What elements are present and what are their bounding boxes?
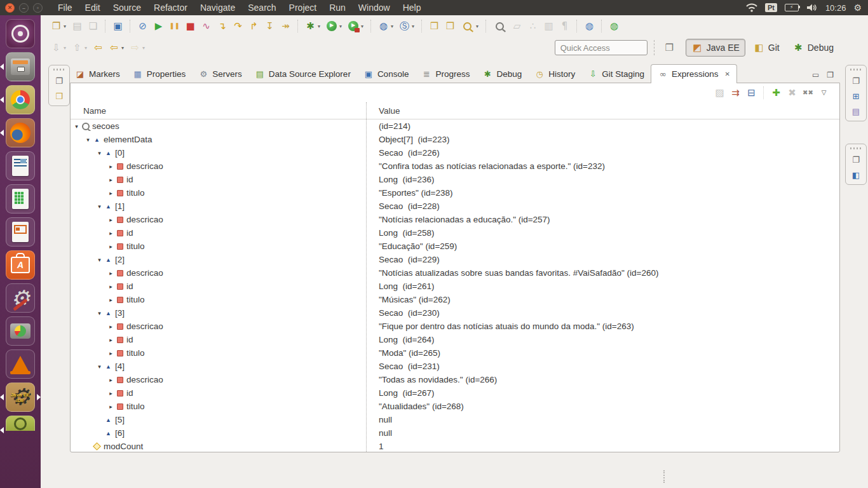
tree-row[interactable]: ▾ ▲ [4] Secao (id=231) — [71, 360, 839, 373]
drag-handle[interactable] — [850, 69, 862, 71]
tree-row[interactable]: ▸ descricao "Confira todas as notícias r… — [71, 159, 839, 173]
tree-row[interactable]: ▸ descricao "Fique por dentro das notíci… — [71, 320, 839, 333]
terminate-button[interactable]: ■ — [183, 18, 198, 34]
launcher-item-settings[interactable] — [6, 283, 35, 313]
block-selection-button[interactable]: ▥ — [541, 18, 556, 34]
minimize-window-icon[interactable]: – — [19, 3, 29, 13]
tree-row[interactable]: ▸ id Long (id=236) — [71, 173, 839, 186]
tab-data-source-explorer[interactable]: ▤Data Source Explorer — [248, 65, 357, 83]
expand-arrow-icon[interactable]: ▸ — [107, 323, 115, 330]
tree-row[interactable]: ▸ descricao "Notícias atualizadas sobre … — [71, 266, 839, 280]
collapse-arrow-icon[interactable]: ▾ — [95, 310, 104, 316]
dropdown-arrow-icon[interactable]: ▾ — [64, 24, 66, 29]
doc-view-button[interactable]: ▤ — [848, 104, 864, 119]
expand-arrow-icon[interactable]: ▸ — [107, 230, 115, 236]
close-window-icon[interactable]: ✕ — [5, 3, 15, 13]
tree-row[interactable]: ▸ id Long (id=261) — [71, 280, 839, 293]
launcher-item-partial[interactable] — [6, 416, 35, 431]
tree-row[interactable]: ▲ [5] null — [71, 413, 839, 426]
close-tab-icon[interactable]: ✕ — [725, 71, 730, 78]
tab-progress[interactable]: ≣Progress — [415, 65, 476, 83]
tab-markers[interactable]: ◪Markers — [69, 65, 126, 83]
perspective-git[interactable]: ◧Git — [748, 39, 785, 56]
expand-arrow-icon[interactable]: ▸ — [107, 403, 115, 410]
tab-git-staging[interactable]: ⇩Git Staging — [581, 65, 651, 83]
expand-arrow-icon[interactable]: ▸ — [107, 177, 115, 183]
launcher-item-files[interactable] — [6, 52, 35, 81]
step-over-button[interactable]: ↷ — [231, 18, 245, 34]
menu-edit[interactable]: Edit — [79, 3, 107, 13]
tree-row[interactable]: ▾ ▲ [0] Secao (id=226) — [71, 146, 839, 159]
expand-arrow-icon[interactable]: ▸ — [107, 217, 115, 223]
tree-row[interactable]: ▾ ▲ [3] Secao (id=230) — [71, 306, 839, 320]
tree-row[interactable]: ▸ descricao "Todas as novidades." (id=26… — [71, 373, 839, 386]
collapse-arrow-icon[interactable]: ▾ — [72, 123, 81, 130]
tree-row[interactable]: ▸ titulo "Educação" (id=259) — [71, 240, 839, 253]
whitespace-button[interactable]: ¶ — [557, 18, 572, 34]
new-wizard-button[interactable]: ❐▾ — [49, 18, 69, 34]
menu-project[interactable]: Project — [283, 3, 323, 13]
restore-button[interactable]: ❐ — [848, 73, 864, 88]
restore-button[interactable]: ❐ — [848, 152, 864, 167]
tree-row[interactable]: ▸ id Long (id=264) — [71, 333, 839, 346]
expand-arrow-icon[interactable]: ▸ — [107, 243, 115, 250]
launcher-item-eclipse[interactable]: Java EE IDE — [6, 383, 35, 412]
launcher-item-impress[interactable] — [6, 217, 35, 247]
last-edit-button[interactable]: ⇦ — [91, 40, 105, 55]
launcher-item-disks[interactable] — [6, 316, 35, 346]
menu-run[interactable]: Run — [323, 3, 352, 13]
battery-icon[interactable]: ⚡ — [785, 4, 799, 11]
tab-console[interactable]: ▣Console — [357, 65, 416, 83]
import-button[interactable]: ❒ — [427, 18, 442, 34]
quick-access-input[interactable] — [555, 40, 648, 55]
drop-to-frame-button[interactable]: ↧ — [262, 18, 277, 34]
show-type-names-button[interactable]: ▨ — [712, 85, 727, 100]
folder-view-button[interactable]: ❒ — [51, 88, 67, 104]
menu-help[interactable]: Help — [397, 3, 428, 13]
run-external-button[interactable]: ▾ — [346, 18, 366, 34]
open-task-button[interactable] — [491, 18, 508, 34]
dropdown-arrow-icon[interactable]: ▾ — [121, 45, 124, 51]
maximize-window-icon[interactable]: ▫ — [33, 3, 43, 13]
expand-arrow-icon[interactable]: ▸ — [107, 190, 115, 196]
restore-button[interactable]: ❐ — [51, 73, 67, 88]
mark-occurrences-button[interactable]: ▱ — [510, 18, 524, 34]
dropdown-arrow-icon[interactable]: ▾ — [391, 24, 393, 29]
tab-expressions[interactable]: ∞Expressions✕ — [651, 64, 737, 83]
tree-row[interactable]: ▸ id Long (id=258) — [71, 226, 839, 240]
next-annotation-button[interactable]: ⇩▾ — [49, 40, 69, 55]
tab-properties[interactable]: ▦Properties — [126, 65, 193, 83]
save-button[interactable]: ▤ — [70, 18, 85, 34]
launcher-item-chrome[interactable] — [6, 85, 35, 114]
dropdown-arrow-icon[interactable]: ▾ — [85, 45, 87, 51]
minimize-view-icon[interactable]: ▭ — [812, 71, 819, 79]
maximize-view-icon[interactable]: ❐ — [827, 71, 834, 79]
launcher-item-software[interactable] — [6, 250, 35, 280]
open-console-button[interactable]: ▣ — [111, 18, 125, 34]
resume-button[interactable]: ▶ — [151, 18, 166, 34]
perspective-java-ee[interactable]: ◩Java EE — [686, 39, 745, 57]
use-step-filters-button[interactable]: ↠ — [278, 18, 293, 34]
remove-expression-button[interactable]: ✖ — [785, 85, 799, 100]
collapse-arrow-icon[interactable]: ▾ — [95, 203, 104, 210]
new-web-service-button[interactable]: ◍▾ — [376, 18, 396, 34]
expand-arrow-icon[interactable]: ▸ — [107, 390, 115, 396]
tree-row[interactable]: ▲ [6] null — [71, 426, 839, 440]
tree-view-button[interactable]: ⊞ — [848, 88, 864, 104]
tree-row[interactable]: ▸ titulo "Atualidades" (id=268) — [71, 400, 839, 413]
volume-icon[interactable] — [806, 3, 818, 12]
session-gear-icon[interactable]: ⚙ — [853, 3, 862, 13]
tree-row[interactable]: ▾ ▲ [2] Secao (id=229) — [71, 253, 839, 266]
dropdown-arrow-icon[interactable]: ▾ — [64, 45, 66, 51]
layout-view-button[interactable]: ◧ — [848, 167, 864, 182]
tree-row[interactable]: ▾ secoes (id=214) — [71, 119, 839, 133]
step-into-button[interactable]: ↴ — [215, 18, 229, 34]
tab-servers[interactable]: ⚙Servers — [192, 65, 248, 83]
sash-handle[interactable] — [663, 470, 665, 483]
tab-debug[interactable]: ✱Debug — [476, 65, 528, 83]
tab-history[interactable]: ◷History — [528, 65, 581, 83]
menu-file[interactable]: File — [51, 3, 79, 13]
suspend-button[interactable]: ❚❚ — [167, 18, 182, 34]
tree-row[interactable]: ▾ ▲ [1] Secao (id=228) — [71, 200, 839, 213]
dropdown-arrow-icon[interactable]: ▾ — [318, 24, 320, 29]
